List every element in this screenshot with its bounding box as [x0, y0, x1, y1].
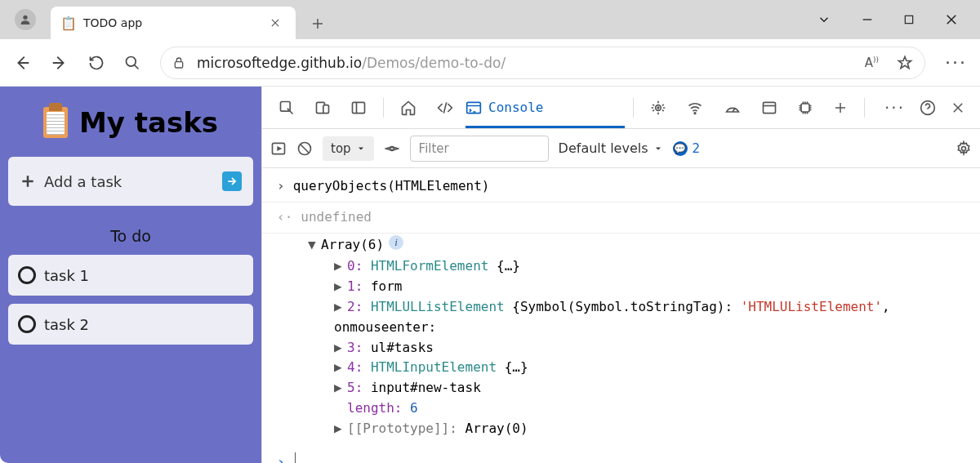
console-object-item[interactable]: ▶1: form — [262, 277, 980, 297]
page-title: My tasks — [79, 106, 218, 139]
devtools-tabstrip: Console ··· — [262, 87, 980, 129]
memory-tab[interactable] — [789, 87, 822, 128]
favorite-button[interactable] — [897, 55, 913, 71]
toggle-sidebar-button[interactable] — [270, 140, 287, 157]
maximize-button[interactable] — [903, 14, 915, 25]
task-item[interactable]: task 2 — [8, 304, 253, 345]
plus-icon — [20, 173, 36, 189]
disclosure-triangle-open-icon[interactable]: ▼ — [308, 235, 318, 256]
more-tabs-button[interactable] — [825, 87, 856, 128]
console-object-item[interactable]: ▶3: ul#tasks — [262, 338, 980, 358]
minimize-button[interactable] — [861, 13, 874, 26]
section-heading: To do — [8, 227, 253, 245]
svg-point-2 — [127, 56, 136, 66]
console-object-length: ▶length: 6 — [262, 398, 980, 419]
console-result-line: ‹· undefined — [262, 203, 980, 234]
console-object-item[interactable]: ▶2: HTMLULListElement {Symbol(Symbol.toS… — [262, 297, 980, 338]
svg-rect-3 — [175, 61, 182, 67]
svg-point-11 — [694, 112, 696, 114]
svg-rect-1 — [905, 16, 912, 23]
svg-rect-7 — [353, 102, 365, 113]
svg-point-0 — [23, 16, 27, 20]
array-header: Array(6) — [321, 235, 384, 256]
clear-console-button[interactable] — [296, 140, 313, 157]
filter-placeholder: Filter — [419, 141, 449, 156]
console-object-item[interactable]: ▶5: input#new-task — [262, 378, 980, 398]
console-object-item[interactable]: ▶4: HTMLInputElement {…} — [262, 358, 980, 378]
titlebar: 📋 TODO app — [0, 0, 980, 39]
lock-icon — [172, 56, 185, 70]
levels-label: Default levels — [559, 140, 648, 156]
svg-rect-6 — [323, 105, 329, 113]
console-result-text: undefined — [301, 207, 372, 228]
application-tab[interactable] — [753, 87, 786, 128]
prompt-out-icon: ‹· — [277, 207, 292, 228]
chevron-down-icon[interactable] — [817, 12, 831, 27]
task-label: task 2 — [44, 316, 89, 333]
sources-tab[interactable] — [642, 87, 675, 128]
performance-tab[interactable] — [715, 87, 750, 128]
task-label: task 1 — [44, 267, 89, 284]
task-checkbox[interactable] — [18, 315, 36, 333]
page-viewport: My tasks Add a task To do task 1 task 2 — [0, 87, 261, 463]
help-button[interactable] — [920, 100, 936, 116]
console-object-header[interactable]: ▼ Array(6) i — [262, 234, 980, 257]
browser-toolbar: microsoftedge.github.io/Demos/demo-to-do… — [0, 39, 980, 87]
console-input-line: › queryObjects(HTMLElement) — [262, 171, 980, 203]
log-levels-selector[interactable]: Default levels — [559, 140, 663, 156]
refresh-button[interactable] — [88, 55, 105, 71]
browser-tab[interactable]: 📋 TODO app — [51, 7, 296, 39]
back-button[interactable] — [13, 54, 31, 72]
close-button[interactable] — [944, 12, 959, 27]
console-prompt[interactable]: › — [262, 451, 980, 463]
add-task-placeholder: Add a task — [44, 173, 122, 190]
svg-point-18 — [962, 146, 966, 150]
add-task-input[interactable]: Add a task — [8, 157, 253, 206]
more-tools-button[interactable]: ··· — [884, 98, 905, 118]
network-tab[interactable] — [678, 87, 712, 128]
elements-tab[interactable] — [428, 87, 462, 128]
clipboard-icon — [43, 107, 68, 138]
welcome-tab[interactable] — [392, 87, 425, 128]
info-icon[interactable]: i — [389, 235, 403, 250]
dock-side-button[interactable] — [342, 87, 375, 128]
close-devtools-button[interactable] — [951, 100, 965, 115]
issues-count: 2 — [693, 141, 701, 156]
live-expression-button[interactable] — [384, 140, 400, 157]
context-label: top — [331, 141, 351, 156]
console-tab[interactable]: Console — [466, 87, 625, 128]
submit-task-button[interactable] — [222, 171, 242, 191]
search-icon[interactable] — [124, 55, 140, 71]
tab-strip: 📋 TODO app — [51, 0, 325, 39]
tab-title: TODO app — [83, 16, 142, 29]
prompt-in-icon: › — [277, 176, 285, 197]
console-tab-label: Console — [488, 98, 543, 118]
context-selector[interactable]: top — [323, 136, 374, 161]
window-controls — [795, 0, 980, 39]
console-toolbar: top Filter Default levels 💬2 — [262, 129, 980, 168]
filter-input[interactable]: Filter — [410, 136, 549, 162]
console-settings-button[interactable] — [956, 140, 972, 157]
device-toggle-button[interactable] — [306, 87, 339, 128]
forward-button[interactable] — [51, 54, 69, 72]
svg-rect-12 — [763, 102, 775, 113]
console-object-item[interactable]: ▶0: HTMLFormElement {…} — [262, 256, 980, 277]
console-output: › queryObjects(HTMLElement) ‹· undefined… — [262, 168, 980, 463]
task-checkbox[interactable] — [18, 266, 36, 284]
task-item[interactable]: task 1 — [8, 255, 253, 296]
new-tab-button[interactable] — [310, 16, 325, 31]
url-text: microsoftedge.github.io/Demos/demo-to-do… — [197, 55, 506, 71]
read-aloud-icon[interactable]: A)) — [865, 56, 879, 70]
issues-button[interactable]: 💬2 — [673, 141, 701, 156]
console-object-prototype[interactable]: ▶[[Prototype]]: Array(0) — [262, 419, 980, 439]
address-bar[interactable]: microsoftedge.github.io/Demos/demo-to-do… — [160, 47, 925, 79]
console-input-text: queryObjects(HTMLElement) — [293, 176, 490, 197]
more-menu-button[interactable]: ··· — [945, 52, 967, 73]
chat-icon: 💬 — [673, 141, 688, 156]
svg-rect-13 — [801, 104, 809, 112]
clipboard-icon: 📋 — [62, 15, 75, 31]
inspect-button[interactable] — [270, 87, 303, 128]
tab-close-button[interactable] — [266, 14, 284, 32]
prompt-in-icon: › — [277, 452, 285, 463]
profile-avatar[interactable] — [15, 9, 36, 30]
